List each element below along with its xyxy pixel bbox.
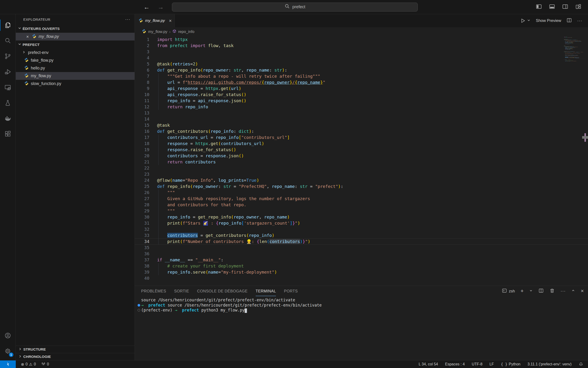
- close-panel-icon[interactable]: ×: [581, 288, 584, 294]
- toggle-secondary-sidebar-icon[interactable]: [562, 4, 568, 11]
- code-line[interactable]: 37if __name__ == "__main__":: [135, 257, 588, 263]
- code-line[interactable]: 9 api_response = httpx.get(url): [135, 85, 588, 92]
- code-line[interactable]: 8 url = f"https://api.github.com/repos/{…: [135, 79, 588, 85]
- code-line[interactable]: 28 and contributors for that repo.: [135, 202, 588, 208]
- split-terminal-icon[interactable]: [538, 288, 544, 294]
- panel-tab-sortie[interactable]: SORTIE: [174, 286, 189, 296]
- breadcrumb[interactable]: my_flow.py › repo_info: [135, 27, 588, 36]
- code-line[interactable]: 33 contributors = get_contributors(repo_…: [135, 232, 588, 239]
- code-line[interactable]: 6def get_repo_info(repo_owner: str, repo…: [135, 67, 588, 73]
- code-line[interactable]: 34 print(f"Number of contributors 👷: {le…: [135, 239, 588, 245]
- chevron-down-icon[interactable]: [527, 18, 531, 23]
- code-line[interactable]: 40: [564, 61, 585, 62]
- code-line[interactable]: 4: [135, 55, 588, 61]
- panel-tab-console de débogage[interactable]: CONSOLE DE DÉBOGAGE: [197, 286, 248, 296]
- panel-tab-terminal[interactable]: TERMINAL: [256, 286, 276, 296]
- sidebar-more-icon[interactable]: ···: [125, 17, 130, 22]
- open-editors-header[interactable]: ÉDITEURS OUVERTS: [16, 25, 134, 33]
- remote-explorer-icon[interactable]: [0, 80, 16, 95]
- testing-icon[interactable]: [0, 95, 16, 111]
- close-icon[interactable]: ×: [25, 34, 30, 39]
- notifications-bell-icon[interactable]: [579, 362, 583, 367]
- open-editor-item[interactable]: ×my_flow.py: [16, 33, 134, 40]
- code-line[interactable]: 22: [135, 165, 588, 171]
- explorer-icon[interactable]: [0, 18, 16, 33]
- panel-tab-ports[interactable]: PORTS: [284, 286, 298, 296]
- panel-more-icon[interactable]: ···: [561, 288, 566, 294]
- overview-ruler-slider[interactable]: [582, 136, 588, 139]
- indentation-status[interactable]: Espaces : 4: [445, 362, 465, 366]
- encoding-status[interactable]: UTF-8: [472, 362, 483, 366]
- code-line[interactable]: 12 return repo_info: [135, 104, 588, 110]
- account-icon[interactable]: [0, 328, 16, 343]
- section-structure[interactable]: STRUCTURE: [16, 346, 134, 353]
- code-line[interactable]: 13: [135, 110, 588, 116]
- source-control-icon[interactable]: [0, 48, 16, 64]
- code-line[interactable]: 17 contributors_url = repo_info["contrib…: [135, 134, 588, 141]
- tab-my-flow[interactable]: my_flow.py ×: [135, 14, 175, 27]
- editor-more-icon[interactable]: ···: [577, 18, 582, 23]
- tree-item-slow_function.py[interactable]: slow_function.py: [16, 80, 134, 88]
- ports-status[interactable]: 0: [41, 362, 49, 367]
- project-header[interactable]: PREFECT: [16, 40, 134, 49]
- section-chronologie[interactable]: CHRONOLOGIE: [16, 353, 134, 360]
- code-line[interactable]: 26 """: [135, 190, 588, 196]
- code-line[interactable]: 24@flow(name="Repo Info", log_prints=Tru…: [135, 177, 588, 184]
- code-editor-area[interactable]: 1import httpx2from prefect import flow, …: [135, 36, 588, 285]
- search-view-icon[interactable]: [0, 33, 16, 48]
- code-line[interactable]: 7 """Get info about a repo - will retry …: [135, 73, 588, 79]
- terminal-shell-selector[interactable]: zsh: [502, 288, 515, 294]
- code-line[interactable]: 14: [135, 116, 588, 122]
- code-line[interactable]: 20 contributors = response.json(): [135, 153, 588, 159]
- tree-item-my_flow.py[interactable]: my_flow.py: [16, 72, 134, 80]
- toggle-panel-icon[interactable]: [549, 4, 555, 11]
- code-line[interactable]: 39 repo_info.serve(name="my-first-deploy…: [135, 269, 588, 275]
- forward-arrow-icon[interactable]: →: [158, 4, 164, 10]
- cursor-position[interactable]: L 34, col 54: [419, 362, 438, 366]
- back-arrow-icon[interactable]: ←: [144, 4, 150, 10]
- code-line[interactable]: 30 repo_info = get_repo_info(repo_owner,…: [135, 214, 588, 220]
- tree-item-fake_flow.py[interactable]: fake_flow.py: [16, 56, 134, 64]
- code-line[interactable]: 27 Given a GitHub repository, logs the n…: [135, 196, 588, 202]
- show-preview-button[interactable]: Show Preview: [536, 18, 561, 23]
- code-line[interactable]: 10 api_response.raise_for_status(): [135, 92, 588, 98]
- docker-icon[interactable]: [0, 111, 16, 126]
- kill-terminal-icon[interactable]: [549, 288, 555, 294]
- code-line[interactable]: 3: [135, 49, 588, 55]
- python-interpreter[interactable]: 3.11.1 ('prefect-env': venv): [527, 362, 571, 366]
- new-terminal-icon[interactable]: +: [520, 288, 524, 294]
- customize-layout-icon[interactable]: [575, 4, 581, 11]
- code-line[interactable]: 18 response = httpx.get(contributors_url…: [135, 141, 588, 147]
- run-python-file-icon[interactable]: [520, 18, 531, 24]
- code-line[interactable]: 35: [135, 245, 588, 251]
- panel-tab-problèmes[interactable]: PROBLÈMES: [141, 286, 166, 296]
- tree-item-hello.py[interactable]: hello.py: [16, 64, 134, 72]
- run-and-debug-icon[interactable]: [0, 64, 16, 80]
- code-line[interactable]: 23: [135, 171, 588, 177]
- toggle-sidebar-icon[interactable]: [536, 4, 542, 11]
- remote-indicator[interactable]: [0, 360, 16, 368]
- tab-close-icon[interactable]: ×: [169, 18, 172, 24]
- split-editor-icon[interactable]: [566, 18, 572, 24]
- terminal-content[interactable]: source /Users/henricourdent/git/prefect/…: [135, 296, 588, 360]
- settings-gear-icon[interactable]: 1: [0, 343, 16, 359]
- tree-item-prefect-env[interactable]: prefect-env: [16, 49, 134, 56]
- code-line[interactable]: 36: [135, 251, 588, 257]
- maximize-panel-icon[interactable]: [571, 289, 575, 293]
- code-line[interactable]: 11 repo_info = api_response.json(): [135, 98, 588, 104]
- code-line[interactable]: 32: [135, 226, 588, 232]
- code-line[interactable]: 21 return contributors: [135, 159, 588, 165]
- problems-status[interactable]: ⊗ 0 ⚠ 0: [21, 362, 36, 367]
- code-line[interactable]: 2from prefect import flow, task: [135, 43, 588, 49]
- code-line[interactable]: 40: [135, 275, 588, 281]
- command-decoration-icon[interactable]: [138, 304, 140, 307]
- code-line[interactable]: 38 # create your first deployment: [135, 263, 588, 269]
- command-decoration-icon[interactable]: [138, 309, 140, 312]
- minimap[interactable]: 1import httpx2from prefect import flow, …: [564, 37, 585, 149]
- code-line[interactable]: 25def repo_info(repo_owner: str = "Prefe…: [135, 184, 588, 190]
- language-mode[interactable]: { } Python: [501, 362, 520, 366]
- code-line[interactable]: 16def get_contributors(repo_info: dict):: [135, 128, 588, 134]
- code-line[interactable]: 29 """: [135, 208, 588, 214]
- eol-status[interactable]: LF: [490, 362, 494, 366]
- command-center-search[interactable]: prefect: [172, 3, 418, 11]
